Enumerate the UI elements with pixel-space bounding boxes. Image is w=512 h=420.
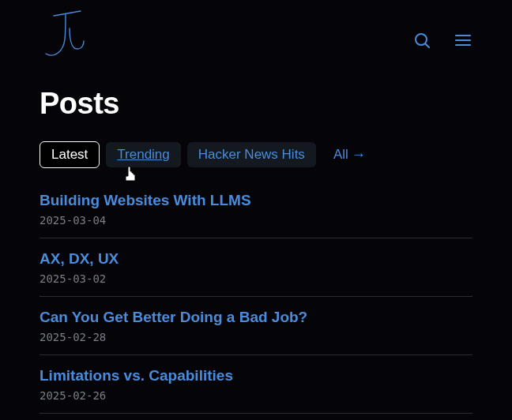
tab-all-label: All	[333, 147, 348, 163]
hamburger-icon	[454, 31, 472, 50]
list-item: Can You Get Better Doing a Bad Job? 2025…	[40, 297, 472, 355]
post-link[interactable]: AX, DX, UX	[40, 250, 119, 268]
tab-hacker-news[interactable]: Hacker News Hits	[187, 142, 316, 167]
post-date: 2025-03-02	[40, 272, 472, 285]
post-date: 2025-02-26	[40, 389, 472, 402]
list-item: Building Websites With LLMS 2025-03-04	[40, 192, 472, 238]
search-button[interactable]	[412, 31, 431, 50]
list-item: AX, DX, UX 2025-03-02	[40, 238, 472, 297]
search-icon	[412, 31, 431, 50]
arrow-right-icon: →	[352, 147, 366, 163]
post-link[interactable]: Building Websites With LLMS	[40, 192, 251, 209]
tab-trending[interactable]: Trending	[106, 142, 180, 167]
site-header	[40, 0, 472, 85]
page-title: Posts	[40, 87, 472, 121]
tab-all[interactable]: All →	[322, 142, 377, 168]
post-date: 2025-03-04	[40, 214, 472, 227]
menu-button[interactable]	[454, 31, 472, 50]
list-item: Limitations vs. Capabilities 2025-02-26	[40, 355, 472, 414]
tab-latest[interactable]: Latest	[40, 141, 100, 168]
post-date: 2025-02-28	[40, 331, 472, 343]
filter-tabs: Latest Trending Hacker News Hits All →	[40, 141, 472, 168]
post-link[interactable]: Can You Get Better Doing a Bad Job?	[40, 309, 307, 326]
post-link[interactable]: Limitations vs. Capabilities	[40, 367, 233, 384]
header-actions	[412, 31, 472, 50]
svg-line-1	[425, 43, 429, 47]
logo-signature-icon	[40, 9, 88, 68]
post-list: Building Websites With LLMS 2025-03-04 A…	[40, 192, 472, 414]
logo-link[interactable]	[40, 9, 88, 71]
